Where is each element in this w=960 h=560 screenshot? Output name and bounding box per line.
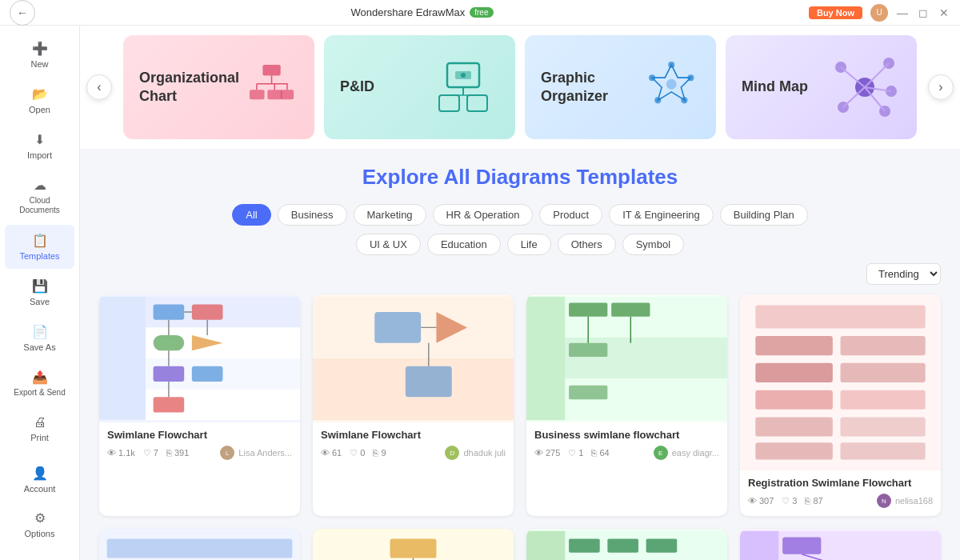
template-card-1[interactable]: Swimlane Flowchart 👁 1.1k ♡ 7: [99, 294, 300, 516]
sidebar-label-saveas: Save As: [23, 342, 55, 352]
filter-life[interactable]: Life: [507, 234, 551, 255]
sidebar-label-options: Options: [25, 529, 55, 538]
sidebar-item-export[interactable]: 📤 Export & Send: [5, 362, 74, 406]
svg-rect-53: [374, 312, 421, 343]
likes-count-3: 1: [578, 448, 583, 458]
template-card-5[interactable]: College Management for XYZ School: [99, 529, 300, 560]
views-count-2: 61: [332, 448, 342, 458]
account-icon: 👤: [32, 466, 48, 481]
hero-card-org[interactable]: Organizational Chart: [123, 35, 314, 139]
filter-it[interactable]: IT & Engineering: [609, 204, 714, 226]
template-thumb-5: [99, 529, 300, 560]
likes-count-1: 7: [154, 448, 158, 458]
explore-section: Explore All Diagrams Templates All Busin…: [80, 149, 960, 255]
filter-marketing[interactable]: Marketing: [354, 204, 426, 226]
sidebar-item-open[interactable]: 📂 Open: [5, 78, 74, 122]
template-card-4[interactable]: Registration Swimlane Flowchart 👁 307 ♡ …: [740, 294, 941, 516]
hero-card-mind-title: Mind Map: [742, 78, 808, 96]
template-thumb-8: [740, 529, 941, 560]
svg-rect-38: [99, 297, 146, 420]
hero-card-pid[interactable]: P&ID: [324, 35, 515, 139]
template-author-3: E easy diagr...: [654, 446, 719, 460]
hero-carousel: ‹ Organizational Chart: [80, 26, 960, 149]
template-author-1: L Lisa Anders...: [220, 446, 292, 460]
carousel-prev[interactable]: ‹: [86, 74, 112, 100]
buy-now-button[interactable]: Buy Now: [809, 6, 862, 19]
author-name-4: nelisa168: [895, 496, 933, 506]
stat-copies-4: ⎘ 87: [805, 496, 822, 506]
svg-rect-11: [439, 95, 459, 111]
hero-card-graphic[interactable]: Graphic Organizer: [525, 35, 716, 139]
filter-ui[interactable]: UI & UX: [356, 234, 421, 255]
svg-point-22: [666, 79, 676, 90]
template-info-1: Swimlane Flowchart 👁 1.1k ♡ 7: [99, 422, 300, 468]
explore-title-highlight: All Diagrams Templates: [443, 165, 678, 189]
hero-card-mind[interactable]: Mind Map: [726, 35, 917, 139]
minimize-icon[interactable]: —: [896, 6, 909, 19]
sidebar-item-import[interactable]: ⬇ Import: [5, 124, 74, 168]
filter-business[interactable]: Business: [278, 204, 347, 226]
filter-symbol[interactable]: Symbol: [622, 234, 684, 255]
template-info-4: Registration Swimlane Flowchart 👁 307 ♡ …: [740, 470, 941, 516]
sort-select[interactable]: Trending Newest Popular: [866, 263, 941, 285]
template-card-8[interactable]: Swimlane Flowchart: [740, 529, 941, 560]
copy-icon-4: ⎘: [805, 496, 810, 506]
new-icon: ➕: [32, 41, 48, 56]
svg-rect-55: [406, 366, 452, 398]
template-thumb-6: [313, 529, 514, 560]
svg-rect-118: [740, 531, 778, 560]
template-card-3[interactable]: Business swimlane flowchart 👁 275 ♡ 1: [526, 294, 727, 516]
carousel-next[interactable]: ›: [928, 74, 954, 100]
author-avatar-3: E: [654, 446, 668, 460]
svg-rect-2: [267, 90, 282, 100]
likes-count-2: 0: [360, 448, 365, 458]
svg-rect-3: [281, 90, 294, 100]
filter-hr[interactable]: HR & Operation: [433, 204, 534, 226]
filter-others[interactable]: Others: [558, 234, 616, 255]
template-thumb-1: [99, 294, 300, 422]
sidebar-item-cloud[interactable]: ☁ Cloud Documents: [5, 170, 74, 223]
stat-views-3: 👁 275: [534, 448, 560, 458]
svg-rect-63: [611, 302, 650, 316]
sidebar-item-save[interactable]: 💾 Save: [5, 270, 74, 314]
filter-row-1: All Business Marketing HR & Operation Pr…: [99, 204, 941, 226]
template-name-2: Swimlane Flowchart: [321, 429, 506, 441]
sidebar-label-templates: Templates: [19, 251, 59, 261]
template-stats-2: 👁 61 ♡ 0 ⎘ 9: [321, 446, 506, 460]
heart-icon-4: ♡: [782, 496, 790, 506]
svg-point-15: [461, 73, 466, 78]
filter-education[interactable]: Education: [427, 234, 501, 255]
hero-card-pid-img: [427, 51, 499, 123]
saveas-icon: 📄: [32, 324, 48, 339]
svg-point-21: [649, 74, 655, 81]
author-avatar-1: L: [220, 446, 234, 460]
svg-line-29: [841, 67, 865, 87]
sidebar-item-print[interactable]: 🖨 Print: [5, 407, 74, 450]
hero-card-org-img: [245, 51, 298, 123]
user-avatar[interactable]: U: [870, 4, 888, 22]
svg-rect-79: [841, 442, 926, 459]
sidebar-item-options[interactable]: ⚙ Options: [5, 502, 74, 546]
sidebar-item-templates[interactable]: 📋 Templates: [5, 225, 74, 269]
template-grid: Swimlane Flowchart 👁 1.1k ♡ 7: [80, 294, 960, 560]
template-thumb-3: [526, 294, 727, 422]
back-button[interactable]: ←: [10, 0, 35, 26]
sidebar-item-saveas[interactable]: 📄 Save As: [5, 316, 74, 360]
explore-title-static: Explore: [362, 165, 444, 189]
svg-rect-108: [607, 538, 638, 552]
app-name: Wondershare EdrawMax: [350, 6, 465, 18]
svg-rect-72: [755, 363, 833, 382]
sidebar-item-new[interactable]: ➕ New: [5, 33, 74, 77]
close-icon[interactable]: ✕: [938, 6, 950, 19]
svg-rect-93: [390, 538, 437, 558]
restore-icon[interactable]: ◻: [917, 6, 930, 19]
filter-all[interactable]: All: [232, 204, 270, 226]
template-card-7[interactable]: Project Swimlane: [526, 529, 727, 560]
template-card-2[interactable]: Swimlane Flowchart 👁 61 ♡ 0: [313, 294, 514, 516]
template-stats-3: 👁 275 ♡ 1 ⎘ 64: [534, 446, 719, 460]
filter-product[interactable]: Product: [539, 204, 602, 226]
filter-building[interactable]: Building Plan: [720, 204, 808, 226]
sidebar-item-account[interactable]: 👤 Account: [5, 458, 74, 502]
template-card-6[interactable]: Process Flowchart: [313, 529, 514, 560]
copy-icon-3: ⎘: [591, 448, 597, 458]
